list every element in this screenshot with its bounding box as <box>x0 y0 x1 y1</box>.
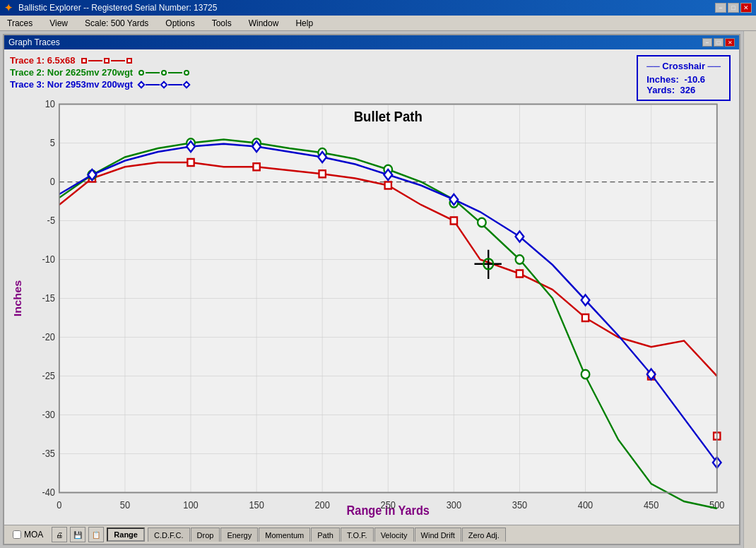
trace2-circ-7 <box>478 218 486 227</box>
svg-text:0: 0 <box>50 177 55 188</box>
tab-velocity[interactable]: Velocity <box>374 528 414 542</box>
svg-text:450: 450 <box>644 500 658 511</box>
crosshair-yards-value: 326 <box>680 85 696 95</box>
tab-momentum[interactable]: Momentum <box>259 528 310 542</box>
svg-text:0: 0 <box>57 500 61 511</box>
trace2-markers <box>138 70 189 76</box>
title-bar: ✦ Ballistic Explorer -- Registered Seria… <box>0 0 756 16</box>
tab-path[interactable]: Path <box>311 528 340 542</box>
tab-cdfc[interactable]: C.D.F.C. <box>148 528 190 542</box>
trace1-marker-3 <box>126 58 132 64</box>
menu-traces[interactable]: Traces <box>3 17 37 30</box>
svg-text:100: 100 <box>183 500 198 511</box>
maximize-button[interactable]: □ <box>728 3 739 13</box>
tab-bar: C.D.F.C. Drop Energy Momentum Path T.O.F… <box>148 528 506 542</box>
menu-scale[interactable]: Scale: 500 Yards <box>81 17 153 30</box>
tab-tof[interactable]: T.O.F. <box>341 528 374 542</box>
svg-text:50: 50 <box>120 500 130 511</box>
svg-text:10: 10 <box>45 99 55 110</box>
legend-row-1: Trace 1: 6.5x68 <box>10 55 733 66</box>
main-content: Graph Traces − □ ✕ Trace 1: 6.5x68 <box>0 31 756 548</box>
trace2-circ-9 <box>581 370 590 379</box>
trace1-sq-4 <box>319 170 326 177</box>
menu-bar: Traces View Scale: 500 Yards Options Too… <box>0 16 756 31</box>
crosshair-box: ── Crosshair ── Inches: -10.6 Yards: 326 <box>637 55 731 101</box>
trace3-line-1 <box>146 84 160 85</box>
menu-options[interactable]: Options <box>161 17 199 30</box>
legend-row-2: Trace 2: Nor 2625mv 270wgt <box>10 67 733 78</box>
app-title: Ballistic Explorer -- Registered Serial … <box>18 3 217 13</box>
moa-area: MOA <box>7 528 49 541</box>
tab-zero-adj[interactable]: Zero Adj. <box>462 528 506 542</box>
menu-help[interactable]: Help <box>291 17 317 30</box>
menu-tools[interactable]: Tools <box>208 17 236 30</box>
crosshair-inches-row: Inches: -10.6 <box>646 74 721 85</box>
graph-close-button[interactable]: ✕ <box>725 38 735 47</box>
crosshair-inches-value: -10.6 <box>684 74 705 85</box>
tab-energy[interactable]: Energy <box>220 528 258 542</box>
toolbar-btn-1[interactable]: 🖨 <box>52 527 67 542</box>
graph-content: Trace 1: 6.5x68 Trace 2: Nor 2625mv 270w… <box>4 49 739 525</box>
chart-svg[interactable]: Bullet Path Inches Range in Yards 10 5 0… <box>10 95 733 519</box>
trace2-marker-2 <box>161 70 167 76</box>
trace1-marker-1 <box>81 58 87 64</box>
y-axis-label: Inches <box>12 280 23 316</box>
moa-checkbox[interactable] <box>13 530 21 539</box>
app-icon: ✦ <box>4 2 13 13</box>
svg-text:-15: -15 <box>42 293 55 304</box>
trace3-marker-2 <box>160 81 167 88</box>
svg-text:-40: -40 <box>42 487 55 499</box>
trace1-label: Trace 1: 6.5x68 <box>10 55 76 66</box>
graph-minimize-button[interactable]: − <box>702 38 712 47</box>
menu-view[interactable]: View <box>45 17 72 30</box>
graph-title: Graph Traces <box>8 37 60 47</box>
toolbar-btn-3[interactable]: 📋 <box>88 527 104 542</box>
trace2-label: Trace 2: Nor 2625mv 270wgt <box>10 67 133 78</box>
bottom-toolbar: MOA 🖨 💾 📋 Range C.D.F.C. Drop Energy Mom… <box>4 525 739 544</box>
crosshair-title: ── Crosshair ── <box>646 61 721 71</box>
tab-drop[interactable]: Drop <box>191 528 220 542</box>
trace1-marker-2 <box>104 58 110 64</box>
trace2-line-2 <box>168 72 182 73</box>
trace1-sq-8 <box>582 314 589 321</box>
trace1-sq-3 <box>253 163 259 170</box>
graph-title-bar: Graph Traces − □ ✕ <box>4 35 739 49</box>
trace2-marker-3 <box>184 70 189 76</box>
svg-text:-5: -5 <box>47 215 55 227</box>
trace3-line-2 <box>168 84 182 85</box>
range-button[interactable]: Range <box>107 528 145 542</box>
tab-wind-drift[interactable]: Wind Drift <box>415 528 461 542</box>
minimize-button[interactable]: − <box>715 3 726 13</box>
svg-text:-30: -30 <box>42 410 55 421</box>
trace3-label: Trace 3: Nor 2953mv 200wgt <box>10 79 133 90</box>
trace3-markers <box>138 82 189 88</box>
toolbar-btn-2[interactable]: 💾 <box>70 527 85 542</box>
svg-text:-10: -10 <box>42 254 55 266</box>
trace1-line-2 <box>111 60 125 61</box>
title-bar-controls: − □ ✕ <box>715 3 752 13</box>
trace2-marker-1 <box>138 70 144 76</box>
close-button[interactable]: ✕ <box>740 3 752 13</box>
crosshair-inches-label: Inches: <box>646 74 679 85</box>
trace1-sq-5 <box>385 182 391 189</box>
svg-text:200: 200 <box>315 500 330 511</box>
legend: Trace 1: 6.5x68 Trace 2: Nor 2625mv 270w… <box>10 55 733 90</box>
graph-maximize-button[interactable]: □ <box>714 38 723 47</box>
trace1-markers <box>81 58 132 64</box>
crosshair-yards-row: Yards: 326 <box>646 85 721 95</box>
svg-text:150: 150 <box>249 500 264 511</box>
svg-text:5: 5 <box>50 138 55 149</box>
svg-text:350: 350 <box>512 500 527 511</box>
svg-text:400: 400 <box>578 500 593 511</box>
menu-window[interactable]: Window <box>244 17 283 30</box>
graph-window: Graph Traces − □ ✕ Trace 1: 6.5x68 <box>3 34 740 545</box>
chart-title: Bullet Path <box>354 109 423 125</box>
svg-text:250: 250 <box>381 500 396 511</box>
chart-container[interactable]: Bullet Path Inches Range in Yards 10 5 0… <box>10 95 733 519</box>
svg-text:-35: -35 <box>42 448 55 460</box>
trace2-line-1 <box>146 72 160 73</box>
svg-text:-25: -25 <box>42 371 55 382</box>
svg-text:500: 500 <box>709 500 724 511</box>
moa-label: MOA <box>24 530 43 540</box>
trace1-line-1 <box>88 60 102 61</box>
